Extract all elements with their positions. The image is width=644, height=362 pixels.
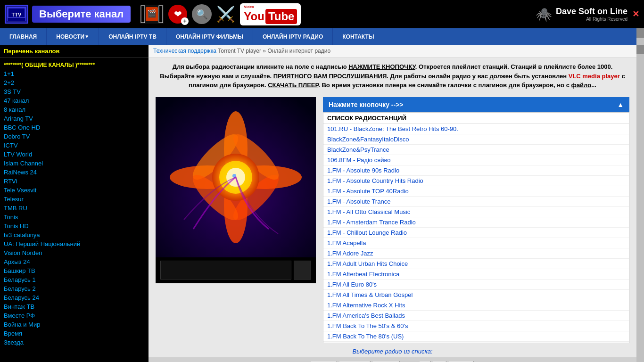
station-dropdown-button[interactable]: Нажмите кнопочку -->> ▲ <box>323 97 629 112</box>
sidebar-item[interactable]: Звезда <box>4 338 145 347</box>
youtube-logo[interactable]: Video You Tube <box>240 3 301 25</box>
nav-contacts[interactable]: КОНТАКТЫ <box>333 28 384 45</box>
nav-news[interactable]: НОВОСТИ <box>47 28 99 45</box>
sidebar-item[interactable]: Беларусь 24 <box>4 293 145 302</box>
header-right: 🕷️ Dave Soft on Line All Rights Reserved… <box>536 7 639 22</box>
davesoft-brand: Dave Soft on Line All Rights Reserved <box>556 7 627 22</box>
davesoft-logo-area: 🕷️ Dave Soft on Line All Rights Reserved <box>536 7 627 22</box>
station-list-item[interactable]: 1.FM Alternative Rock X Hits <box>323 300 629 311</box>
station-list-item[interactable]: BlackZone&FantasyItaloDisco <box>323 134 629 145</box>
film-icon: 🎬 <box>140 5 164 24</box>
sidebar-item[interactable]: Arirang TV <box>4 114 145 123</box>
sidebar-item[interactable]: RTVi <box>4 177 145 186</box>
station-list-item[interactable]: 1.FM Bay Smooth Jazz <box>323 342 629 343</box>
svg-rect-4 <box>141 6 145 23</box>
station-list-item[interactable]: 1.FM - Absolute Country Hits Radio <box>323 176 629 186</box>
sidebar-item: ********( ОБЩИЕ КАНАЛЫ )******** <box>4 60 145 69</box>
station-list-item[interactable]: 1.FM Back To The 50's & 60's <box>323 321 629 331</box>
station-list-item[interactable]: 1.FM All Euro 80's <box>323 280 629 290</box>
station-list-item[interactable]: 1.FM - Amsterdam Trance Radio <box>323 217 629 228</box>
station-list-item[interactable]: 1.FM - Chillout Lounge Radio <box>323 228 629 238</box>
sidebar: Перечень каналов ********( ОБЩИЕ КАНАЛЫ … <box>0 45 149 362</box>
close-button[interactable]: ✕ <box>632 9 639 19</box>
sidebar-item[interactable]: Архыз 24 <box>4 257 145 266</box>
player-controls: Play Pause Stop Звук - + Mute <box>149 357 636 362</box>
dropdown-label: Нажмите кнопочку -->> <box>329 101 403 108</box>
station-list-item[interactable]: 1.FM Back To The 80's (US) <box>323 331 629 342</box>
sidebar-item[interactable]: Vision Norden <box>4 248 145 257</box>
visual-display <box>156 97 316 343</box>
sidebar-item[interactable]: UA: Перший Національний <box>4 239 145 248</box>
station-list-item[interactable]: 1.FM - Absolute 90s Radio <box>323 165 629 176</box>
station-list-item[interactable]: 101.RU - BlackZone: The Best Retro Hits … <box>323 124 629 134</box>
radio-select-label: Выберите радио из списка: <box>149 346 636 357</box>
sidebar-item[interactable]: Время <box>4 329 145 338</box>
sidebar-item[interactable]: tv3 catalunya <box>4 230 145 239</box>
station-list-item[interactable]: 1.FM - Absolute TOP 40Radio <box>323 186 629 197</box>
sidebar-item[interactable]: Telesur <box>4 195 145 204</box>
breadcrumb-separator: » <box>263 48 266 54</box>
nav-iptv-movies[interactable]: ОНЛАЙН IPTV ФИЛЬМЫ <box>166 28 253 45</box>
sidebar-item[interactable]: ICTV <box>4 141 145 150</box>
breadcrumb: Техническая поддержка Torrent TV player … <box>149 45 636 58</box>
navigation-bar: ГЛАВНАЯ НОВОСТИ ОНЛАЙН IPTV ТВ ОНЛАЙН IP… <box>0 28 644 45</box>
sidebar-item[interactable]: RaiNews 24 <box>4 168 145 177</box>
station-list-item[interactable]: BlackZone&PsyTrance <box>323 145 629 155</box>
sidebar-content: ********( ОБЩИЕ КАНАЛЫ )********1+12+23S… <box>0 58 149 362</box>
vlc-link[interactable]: VLC media player <box>569 73 620 80</box>
sidebar-item[interactable]: 1+1 <box>4 69 145 78</box>
sidebar-item[interactable]: Башкир ТВ <box>4 266 145 275</box>
sidebar-item[interactable]: Беларусь 1 <box>4 275 145 284</box>
station-list-item[interactable]: 1.FM - All Otto Classical Music <box>323 207 629 217</box>
station-list-item[interactable]: 106.8FM - Радіо сяйво <box>323 155 629 165</box>
sidebar-item[interactable]: Вместе РФ <box>4 311 145 320</box>
sidebar-list[interactable]: ********( ОБЩИЕ КАНАЛЫ )********1+12+23S… <box>0 58 149 362</box>
site-title: Выберите канал <box>32 6 131 23</box>
sidebar-item[interactable]: Islam Channel <box>4 159 145 168</box>
sidebar-item[interactable]: Dobro TV <box>4 132 145 141</box>
station-list-item[interactable]: 1.FM Acapella <box>323 238 629 248</box>
davesoft-name: Dave Soft on Line <box>556 7 627 16</box>
breadcrumb-page: Онлайн интернет радио <box>267 48 330 54</box>
svg-text:TTV: TTV <box>12 12 22 17</box>
sidebar-header: Перечень каналов <box>0 45 149 58</box>
sidebar-item[interactable]: 8 канал <box>4 105 145 114</box>
nav-iptv-radio[interactable]: ОНЛАЙН IPTV РАДИО <box>253 28 333 45</box>
search-icon[interactable]: 🔍 <box>192 4 212 24</box>
station-list-item[interactable]: 1.FM All Times & Urban Gospel <box>323 290 629 300</box>
svg-rect-5 <box>159 6 163 23</box>
breadcrumb-player-link[interactable]: Torrent TV player <box>218 48 261 54</box>
station-list-header: СПИСОК РАДИОСТАНЦИЙ <box>323 113 629 124</box>
nav-scrollbar[interactable] <box>636 28 644 45</box>
nav-home[interactable]: ГЛАВНАЯ <box>0 28 47 45</box>
youtube-you-text: You <box>244 10 264 23</box>
station-list-item[interactable]: 1.FM - Absolute Trance <box>323 197 629 207</box>
sidebar-item[interactable]: Tonis HD <box>4 222 145 230</box>
sidebar-item[interactable]: Война и Мир <box>4 320 145 329</box>
station-list-item[interactable]: 1.FM Afterbeat Electronica <box>323 269 629 280</box>
station-list-item[interactable]: 1.FM Adult Urban Hits Choice <box>323 259 629 269</box>
sidebar-item[interactable]: Tele Vsesvit <box>4 186 145 195</box>
sidebar-item[interactable]: Беларусь 2 <box>4 284 145 293</box>
sidebar-item[interactable]: LTV World <box>4 150 145 159</box>
breadcrumb-support[interactable]: Техническая поддержка <box>153 48 216 54</box>
sidebar-item[interactable]: Tonis <box>4 213 145 222</box>
nav-iptv-tv[interactable]: ОНЛАЙН IPTV ТВ <box>99 28 166 45</box>
scroll-thumb[interactable] <box>636 45 644 54</box>
flower-image <box>156 97 316 257</box>
sidebar-item[interactable]: 47 канал <box>4 96 145 105</box>
sidebar-item[interactable]: TMB RU <box>4 204 145 213</box>
header-icons: 🎬 ❤ + 🔍 ⚔️ Video You Tube <box>140 3 301 25</box>
sidebar-item[interactable]: Винтаж ТВ <box>4 302 145 311</box>
content-scrollbar[interactable] <box>636 45 644 362</box>
tv-icon: TTV <box>5 5 28 24</box>
youtube-tube-text: Tube <box>265 9 297 24</box>
radio-player-area: Нажмите кнопочку -->> ▲ СПИСОК РАДИОСТАН… <box>149 95 636 346</box>
station-list-item[interactable]: 1.FM America's Best Ballads <box>323 311 629 321</box>
sidebar-item[interactable]: 2+2 <box>4 78 145 87</box>
sidebar-item[interactable]: 3S TV <box>4 87 145 96</box>
station-list-item[interactable]: 1.FM Adore Jazz <box>323 248 629 259</box>
svg-text:🎬: 🎬 <box>147 9 157 18</box>
station-list[interactable]: СПИСОК РАДИОСТАНЦИЙ 101.RU - BlackZone: … <box>323 112 629 343</box>
sidebar-item[interactable]: BBC One HD <box>4 123 145 132</box>
